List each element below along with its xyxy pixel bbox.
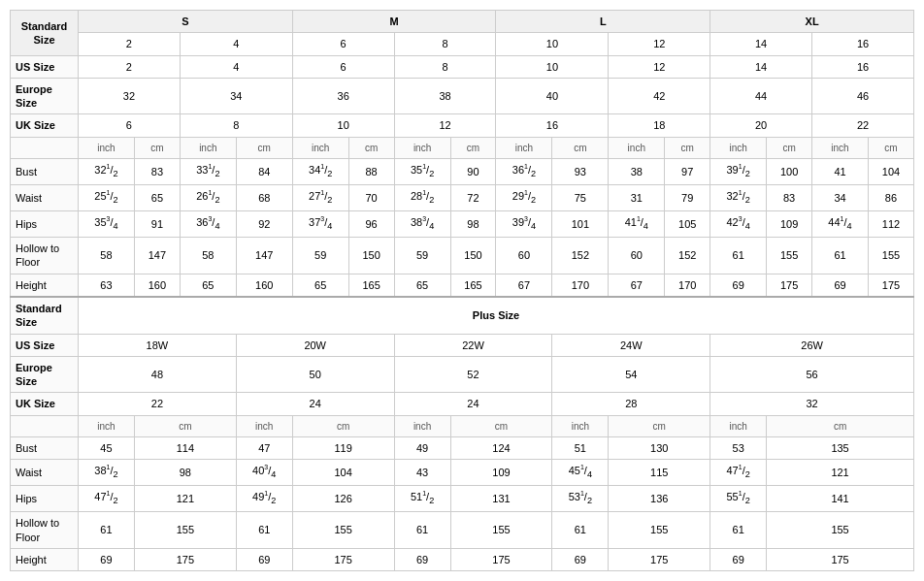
height-32-inch: 63: [79, 274, 135, 297]
hips-38-inch: 383/4: [394, 211, 450, 238]
us-20w: 20W: [236, 334, 394, 356]
b-hips-22w-inch: 511/2: [394, 486, 450, 512]
us-4: 4: [180, 33, 292, 55]
hollow-row-top: Hollow toFloor 58 147 58 147 59 150 59 1…: [11, 238, 914, 274]
unit-row-top: inch cm inch cm inch cm inch cm inch cm …: [11, 137, 914, 158]
b-inch-2: inch: [236, 415, 292, 436]
inch-6: inch: [609, 137, 665, 158]
uk-16: 16: [496, 114, 609, 137]
us-val-14: 14: [710, 55, 812, 78]
standard-size-label: StandardSize: [11, 11, 79, 56]
hollow-38-cm: 150: [450, 238, 496, 274]
waist-38-inch: 281/2: [394, 184, 450, 210]
uk-size-plus-label: UK Size: [11, 393, 79, 415]
bust-40-cm: 93: [552, 158, 609, 184]
height-42-inch: 67: [609, 274, 665, 297]
b-waist-18w-inch: 381/2: [79, 460, 135, 486]
cm-4: cm: [450, 137, 496, 158]
eu-52: 52: [394, 356, 552, 393]
empty-unit: [11, 137, 79, 158]
hollow-44-inch: 61: [710, 238, 767, 274]
hollow-40-cm: 152: [552, 238, 609, 274]
bottom-section-header: Standard Size Plus Size: [11, 297, 914, 334]
bust-44-cm: 100: [767, 158, 812, 184]
b-hips-18w-cm: 121: [134, 486, 236, 512]
uk-8: 8: [180, 114, 292, 137]
b-hollow-20w-cm: 155: [292, 512, 394, 549]
height-34-inch: 65: [180, 274, 236, 297]
hollow-32-inch: 58: [79, 238, 135, 274]
height-40-inch: 67: [496, 274, 552, 297]
eu-48: 48: [79, 356, 237, 393]
us-val-8: 8: [394, 55, 496, 78]
us-26w: 26W: [710, 334, 914, 356]
b-cm-5: cm: [767, 415, 914, 436]
uk-size-label: UK Size: [11, 114, 79, 137]
waist-40-cm: 75: [552, 184, 609, 210]
hips-46-cm: 112: [868, 211, 913, 238]
eu-44: 44: [710, 78, 812, 114]
b-height-22w-cm: 175: [450, 548, 552, 570]
b-cm-2: cm: [292, 415, 394, 436]
b-hips-26w-cm: 141: [767, 486, 914, 512]
b-bust-24w-inch: 51: [552, 436, 609, 459]
eu-34: 34: [180, 78, 292, 114]
hips-40-inch: 393/4: [496, 211, 552, 238]
b-hips-24w-inch: 531/2: [552, 486, 609, 512]
hollow-34-inch: 58: [180, 238, 236, 274]
waist-46-cm: 86: [868, 184, 913, 210]
plus-size-label: Plus Size: [79, 297, 914, 334]
standard-size-header-row: StandardSize S M L XL: [11, 11, 914, 33]
uk-22: 22: [812, 114, 914, 137]
eu-54: 54: [552, 356, 710, 393]
cm-7: cm: [767, 137, 812, 158]
hollow-36-inch: 59: [292, 238, 348, 274]
hollow-44-cm: 155: [767, 238, 812, 274]
height-38-cm: 165: [450, 274, 496, 297]
us-size-label: US Size: [11, 55, 79, 78]
hips-38-cm: 98: [450, 211, 496, 238]
plus-us-size-row: US Size 18W 20W 22W 24W 26W: [11, 334, 914, 356]
bust-label-top: Bust: [11, 158, 79, 184]
plus-uk-size-row: UK Size 22 24 24 28 32: [11, 393, 914, 415]
us-size-plus-label: US Size: [11, 334, 79, 356]
hollow-46-cm: 155: [868, 238, 913, 274]
us-val-4: 4: [180, 55, 292, 78]
bust-row-bottom: Bust 45 114 47 119 49 124 51 130 53 135: [11, 436, 914, 459]
b-hips-26w-inch: 551/2: [710, 486, 767, 512]
b-bust-26w-cm: 135: [767, 436, 914, 459]
waist-34-cm: 68: [236, 184, 292, 210]
bust-38-cm: 90: [450, 158, 496, 184]
us-22w: 22W: [394, 334, 552, 356]
waist-38-cm: 72: [450, 184, 496, 210]
b-height-24w-inch: 69: [552, 548, 609, 570]
us-16: 16: [812, 33, 914, 55]
m-header: M: [292, 11, 496, 33]
cm-3: cm: [348, 137, 394, 158]
height-44-cm: 175: [767, 274, 812, 297]
us-val-10: 10: [496, 55, 609, 78]
hips-42-inch: 411/4: [609, 211, 665, 238]
hips-44-cm: 109: [767, 211, 812, 238]
waist-36-inch: 271/2: [292, 184, 348, 210]
b-cm-3: cm: [450, 415, 552, 436]
bust-44-inch: 391/2: [710, 158, 767, 184]
b-waist-24w-cm: 115: [609, 460, 710, 486]
us-24w: 24W: [552, 334, 710, 356]
waist-row-bottom: Waist 381/2 98 403/4 104 43 109 451/4 11…: [11, 460, 914, 486]
waist-42-inch: 31: [609, 184, 665, 210]
b-hollow-22w-inch: 61: [394, 512, 450, 549]
cm-8: cm: [868, 137, 913, 158]
b-inch-3: inch: [394, 415, 450, 436]
empty-unit-bottom: [11, 415, 79, 436]
l-header: L: [496, 11, 710, 33]
b-waist-20w-inch: 403/4: [236, 460, 292, 486]
uk-28-plus: 28: [552, 393, 710, 415]
bust-34-inch: 331/2: [180, 158, 236, 184]
height-38-inch: 65: [394, 274, 450, 297]
eu-56: 56: [710, 356, 914, 393]
hips-row-bottom: Hips 471/2 121 491/2 126 511/2 131 531/2…: [11, 486, 914, 512]
b-height-20w-inch: 69: [236, 548, 292, 570]
height-46-cm: 175: [868, 274, 913, 297]
b-bust-18w-cm: 114: [134, 436, 236, 459]
